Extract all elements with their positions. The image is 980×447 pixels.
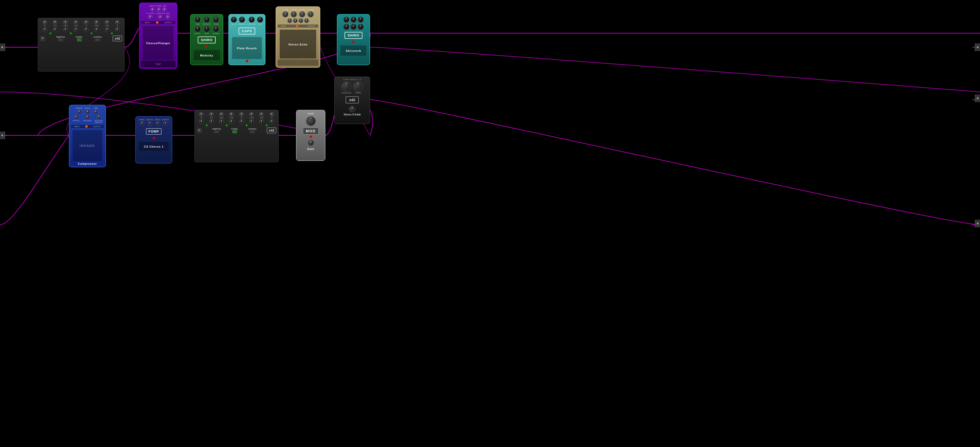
time-knob-c[interactable] (94, 110, 98, 114)
contour-knob[interactable] (158, 15, 162, 19)
dry-knob[interactable] (165, 15, 170, 19)
bk10-knob[interactable] (209, 119, 214, 124)
knob-group-2[interactable] (113, 27, 122, 32)
stereo-echo-stomp[interactable]: Stereo Echo (280, 30, 316, 59)
bk11[interactable] (217, 119, 226, 124)
bk15-knob[interactable] (259, 119, 264, 124)
echo-knob-1[interactable] (287, 18, 292, 23)
knob-group[interactable]: FREQ (92, 20, 102, 27)
knob[interactable] (105, 20, 110, 25)
knob[interactable] (84, 27, 89, 32)
knob-group[interactable]: OUT (51, 20, 60, 27)
knob-group-2[interactable] (51, 27, 60, 32)
bk12-knob[interactable] (229, 119, 234, 124)
bk8[interactable]: Q (267, 112, 277, 118)
lowpass-knob[interactable] (248, 17, 255, 23)
bk7[interactable]: GAIN (257, 112, 266, 118)
chorus-stomp[interactable]: Chorus/Flanger (143, 26, 174, 60)
knob[interactable] (74, 20, 78, 25)
bk4[interactable]: GAIN (227, 112, 236, 118)
bk4-knob[interactable] (229, 112, 234, 117)
sv-knob-3[interactable] (358, 17, 364, 23)
cs-chorus-stomp[interactable]: CS Chorus 1 (139, 142, 169, 151)
rate-knob[interactable] (157, 7, 161, 12)
knob-group[interactable]: Q (82, 20, 91, 27)
echo-knob-3[interactable] (299, 18, 303, 23)
xfade-bottom-knob[interactable] (349, 106, 355, 112)
rate1-knob[interactable] (140, 121, 145, 126)
knob[interactable] (94, 20, 99, 25)
knob-group-2[interactable] (40, 27, 50, 32)
morph-knob[interactable] (213, 26, 219, 32)
damping-knob[interactable] (239, 17, 245, 23)
knob[interactable] (53, 20, 57, 25)
bk3[interactable]: FREQ (217, 112, 226, 118)
bk5-knob[interactable] (239, 112, 244, 117)
bk14[interactable] (247, 119, 256, 124)
bk2-knob[interactable] (209, 112, 214, 117)
highpass-off-btn[interactable]: OFF (58, 38, 63, 41)
knob[interactable] (115, 20, 120, 25)
enable-on-btn[interactable]: ON (77, 38, 81, 41)
bk9[interactable] (197, 119, 206, 124)
sv-knob-2[interactable] (350, 17, 356, 23)
bk13-knob[interactable] (239, 119, 244, 124)
knob-group-2[interactable] (71, 27, 81, 32)
bk1-knob[interactable] (199, 112, 204, 117)
sv-knob-5[interactable] (350, 24, 356, 30)
knob[interactable] (63, 20, 68, 25)
rate2-knob[interactable] (156, 121, 160, 126)
knob-group[interactable]: GAIN (102, 20, 112, 27)
b-enable-on-btn[interactable]: ON (232, 131, 237, 133)
depth-knob[interactable] (150, 7, 155, 12)
knob[interactable] (84, 20, 89, 25)
knob[interactable] (63, 27, 68, 32)
knob-group[interactable]: GAIN (71, 20, 81, 27)
bk1[interactable]: IN (197, 112, 206, 118)
time-knob[interactable] (194, 17, 200, 23)
bk9-knob[interactable] (199, 119, 204, 124)
lline-knob[interactable] (282, 11, 288, 18)
repeats-knob[interactable] (204, 17, 210, 23)
depth-knob-m[interactable] (194, 26, 200, 32)
compressor-stomp[interactable]: INVADA (73, 130, 102, 161)
plate-reverb-stomp[interactable]: Plate Reverb (232, 37, 262, 59)
echo-tap-area[interactable]: TAP (278, 59, 318, 65)
mod-button[interactable]: MOD (303, 128, 319, 135)
gain-bottom-knob[interactable] (308, 140, 314, 146)
knob[interactable] (74, 27, 78, 32)
met-knob[interactable] (162, 7, 167, 12)
bk2[interactable]: OUT (207, 112, 216, 118)
knob-group[interactable]: Q (113, 20, 122, 27)
bk14-knob[interactable] (249, 119, 254, 124)
knob[interactable] (43, 27, 47, 32)
knob[interactable] (115, 27, 120, 32)
b-highpass-off-btn[interactable]: OFF (214, 131, 219, 133)
lowpass-off-btn[interactable]: OFF (95, 38, 100, 41)
bk8-knob[interactable] (269, 112, 274, 117)
rline-knob[interactable] (307, 11, 313, 18)
bk6[interactable]: FREQ (247, 112, 256, 118)
bk15[interactable] (257, 119, 266, 124)
bk6-knob[interactable] (249, 112, 254, 117)
shape-knob[interactable] (353, 82, 363, 91)
llevel-knob[interactable] (291, 11, 297, 18)
thresh-knob[interactable] (77, 110, 81, 114)
signal-ab-knob[interactable] (342, 82, 351, 91)
knob[interactable] (94, 27, 99, 32)
sv-knob-6[interactable] (358, 24, 364, 30)
gain-main-knob[interactable] (306, 116, 316, 126)
chorus-tap-area[interactable]: TAP (141, 61, 175, 67)
mix-knob[interactable] (257, 17, 263, 23)
bk13[interactable] (237, 119, 246, 124)
knob-group[interactable]: FREQ (61, 20, 70, 27)
bk7-knob[interactable] (259, 112, 264, 117)
modulay-stomp[interactable]: Modulay (194, 50, 220, 60)
bk16-knob[interactable] (269, 119, 274, 124)
shiroverb-stomp[interactable]: Shiroverb (340, 45, 367, 56)
knob-group[interactable]: IN (40, 20, 50, 27)
depth2-knob[interactable] (163, 121, 168, 126)
knob[interactable] (105, 27, 110, 32)
rate-knob-m[interactable] (204, 26, 210, 32)
echo-knob-2[interactable] (293, 18, 298, 23)
